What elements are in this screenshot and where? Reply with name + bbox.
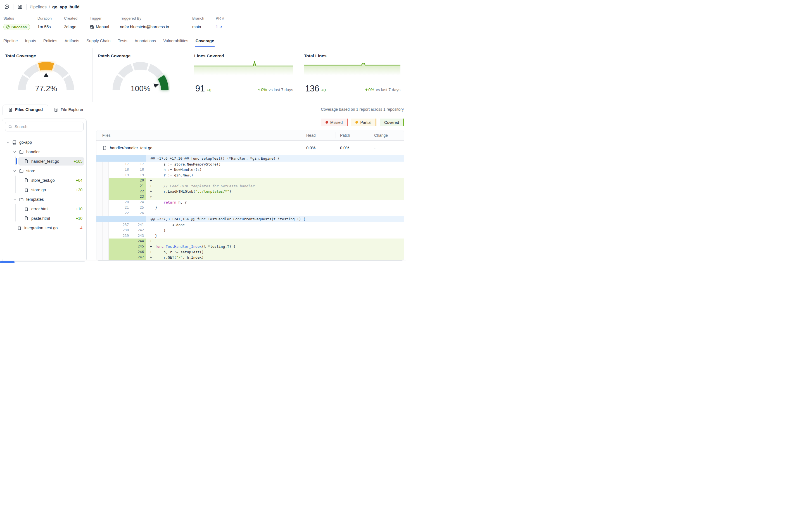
annotation-gutter <box>103 183 109 189</box>
nav-tabs: PipelineInputsPoliciesArtifactsSupply Ch… <box>0 35 406 47</box>
tree-item-templates[interactable]: templates <box>2 195 86 204</box>
breadcrumb-current: go_app_build <box>52 4 80 9</box>
tree-item-label: go-app <box>19 140 32 145</box>
diff-sign: + <box>150 249 155 255</box>
new-line-number: 244 <box>131 239 146 244</box>
coverage-gutter <box>97 249 103 255</box>
calendar-icon <box>90 24 94 29</box>
diff-hunk-header: @@ -237,3 +241,164 @@ func TestHandler_C… <box>97 216 404 222</box>
total-lines-delta: +0 <box>321 88 326 92</box>
tree-item-store-test-go[interactable]: store_test.go +64 <box>2 176 86 185</box>
tab-vulnerabilities[interactable]: Vulnerabilities <box>159 35 192 47</box>
new-line-number: 18 <box>131 167 146 172</box>
duration-field: Duration 1m 55s <box>37 16 64 31</box>
diff-line: 17 17 s := store.NewMemoryStore() <box>97 162 404 167</box>
folder-icon <box>19 150 26 154</box>
tree-item-handler[interactable]: handler <box>2 147 86 157</box>
diff-line: 20 + <box>97 178 404 183</box>
tree-item-paste-html[interactable]: paste.html +10 <box>2 214 86 223</box>
code-text: h := NewHandler(s) <box>146 167 404 172</box>
trend: 0% vs last 7 days <box>257 87 293 92</box>
old-line-number <box>109 183 131 189</box>
divider <box>26 4 27 10</box>
tree-item-go-app[interactable]: go-app <box>2 137 86 147</box>
folder-icon <box>19 169 26 173</box>
search-box <box>5 121 84 131</box>
annotation-gutter <box>103 233 109 239</box>
tab-coverage[interactable]: Coverage <box>192 35 218 47</box>
tab-file-explorer[interactable]: File Explorer <box>48 104 88 115</box>
code-text: + h, r := setupTest() <box>146 249 404 255</box>
code-text <box>146 211 404 216</box>
chevron-down-icon[interactable] <box>6 141 12 144</box>
horizontal-scrollbar-thumb[interactable] <box>0 261 15 263</box>
collapse-panel-icon[interactable] <box>16 3 23 10</box>
gauge-value: 100% <box>131 84 150 93</box>
branch-field: Branch main <box>192 16 216 31</box>
lines-covered-sparkline <box>194 61 293 75</box>
old-line-number: 18 <box>109 167 131 172</box>
coverage-gutter <box>97 222 103 228</box>
annotation-gutter <box>103 249 109 255</box>
tree-item-store-go[interactable]: store.go +20 <box>2 185 86 195</box>
legend-chip-covered[interactable]: Covered <box>380 118 404 126</box>
code-text: return h, r <box>146 200 404 205</box>
files-table-body: handler/handler_test.go 0.0% 0.0% - <box>97 141 404 155</box>
file-diff-icon <box>8 108 13 112</box>
tree-item-error-html[interactable]: error.html +10 <box>2 204 86 214</box>
legend-chip-partial[interactable]: Partial <box>351 118 376 126</box>
selected-indicator <box>16 158 17 164</box>
coverage-gutter <box>97 239 103 244</box>
file-icon <box>24 159 31 164</box>
tab-files-changed[interactable]: Files Changed <box>2 104 48 115</box>
code-text: + <box>146 239 404 244</box>
tab-policies[interactable]: Policies <box>40 35 61 47</box>
new-line-number: 22 <box>131 189 146 194</box>
chevron-down-icon[interactable] <box>13 150 19 154</box>
old-line-number: 21 <box>109 205 131 210</box>
pr-field: PR # 1 <box>216 16 224 31</box>
tab-artifacts[interactable]: Artifacts <box>61 35 83 47</box>
tree-item-delta: +64 <box>76 178 82 183</box>
tree-item-label: templates <box>26 197 44 201</box>
trigger-field: Trigger Manual <box>90 16 120 31</box>
search-input[interactable] <box>15 125 81 129</box>
code-text: } <box>146 233 404 239</box>
file-row[interactable]: handler/handler_test.go 0.0% 0.0% - <box>97 141 404 155</box>
tree-item-label: handler_test.go <box>31 159 59 164</box>
diff-sign: + <box>150 244 155 249</box>
breadcrumb-section[interactable]: Pipelines <box>30 4 47 9</box>
annotation-gutter <box>103 167 109 172</box>
file-search-icon <box>54 108 58 112</box>
pr-link[interactable]: 1 <box>216 24 223 29</box>
coverage-gutter <box>97 228 103 233</box>
tab-tests[interactable]: Tests <box>114 35 131 47</box>
lines-covered-value: 91 <box>195 84 205 94</box>
tree-item-delta: +20 <box>76 187 82 192</box>
chevron-down-icon[interactable] <box>13 198 19 201</box>
tab-pipeline[interactable]: Pipeline <box>3 35 21 47</box>
tree-item-handler-test-go[interactable]: handler_test.go +165 <box>2 157 86 166</box>
tab-annotations[interactable]: Annotations <box>131 35 160 47</box>
patch-coverage-card: Patch Coverage 100% <box>92 48 189 102</box>
coverage-gutter <box>97 178 103 183</box>
file-icon <box>24 207 31 211</box>
diff-sign: + <box>150 194 155 199</box>
new-line-number: 25 <box>131 205 146 210</box>
column-header-change: Change <box>370 130 404 141</box>
code-text: + <box>146 194 404 199</box>
tree-item-delta: +10 <box>76 207 82 211</box>
feedback-bubble-plus-icon[interactable] <box>3 3 10 10</box>
tree-item-store[interactable]: store <box>2 166 86 176</box>
new-line-number: 242 <box>131 228 146 233</box>
legend-chip-missed[interactable]: Missed <box>321 118 348 126</box>
total-lines-card: Total Lines 136 +0 0% vs last 7 days <box>299 48 406 102</box>
new-line-number: 245 <box>131 244 146 249</box>
code-text: +func TestHandler_Index(t *testing.T) { <box>146 244 404 249</box>
tab-inputs[interactable]: Inputs <box>21 35 40 47</box>
chevron-down-icon[interactable] <box>13 169 19 173</box>
file-icon <box>17 226 24 230</box>
tree-item-integration-test-go[interactable]: integration_test.go -4 <box>2 223 86 233</box>
trend: 0% vs last 7 days <box>365 87 401 92</box>
tab-supply-chain[interactable]: Supply Chain <box>83 35 114 47</box>
